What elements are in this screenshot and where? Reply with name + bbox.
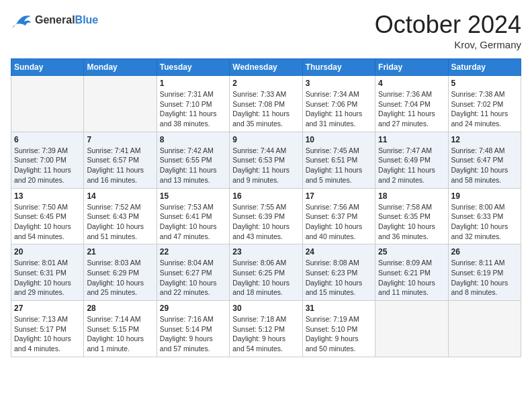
day-number: 17 (306, 191, 372, 201)
week-row: 13Sunrise: 7:50 AM Sunset: 6:45 PM Dayli… (11, 188, 521, 244)
day-number: 6 (14, 135, 81, 144)
calendar-cell: 15Sunrise: 7:53 AM Sunset: 6:41 PM Dayli… (157, 188, 229, 244)
calendar-cell: 1Sunrise: 7:31 AM Sunset: 7:10 PM Daylig… (157, 76, 229, 132)
calendar-cell: 9Sunrise: 7:44 AM Sunset: 6:53 PM Daylig… (230, 132, 302, 188)
calendar-cell: 20Sunrise: 8:01 AM Sunset: 6:31 PM Dayli… (11, 244, 84, 301)
day-number: 10 (306, 135, 372, 144)
day-info: Sunrise: 7:33 AM Sunset: 7:08 PM Dayligh… (232, 89, 299, 129)
day-number: 11 (378, 135, 445, 144)
day-number: 16 (232, 191, 299, 201)
calendar-cell: 12Sunrise: 7:48 AM Sunset: 6:47 PM Dayli… (448, 132, 521, 188)
calendar-cell: 10Sunrise: 7:45 AM Sunset: 6:51 PM Dayli… (302, 132, 375, 188)
day-number: 18 (378, 191, 445, 201)
day-number: 2 (232, 79, 299, 88)
week-row: 6Sunrise: 7:39 AM Sunset: 7:00 PM Daylig… (11, 132, 521, 188)
calendar-cell: 24Sunrise: 8:08 AM Sunset: 6:23 PM Dayli… (302, 244, 375, 301)
day-info: Sunrise: 8:06 AM Sunset: 6:25 PM Dayligh… (232, 258, 299, 298)
day-number: 1 (160, 79, 226, 88)
day-number: 4 (378, 79, 445, 88)
day-number: 24 (306, 247, 372, 257)
day-info: Sunrise: 7:39 AM Sunset: 7:00 PM Dayligh… (14, 146, 81, 185)
day-number: 7 (87, 135, 153, 144)
calendar-cell: 26Sunrise: 8:11 AM Sunset: 6:19 PM Dayli… (448, 244, 521, 301)
calendar-cell: 21Sunrise: 8:03 AM Sunset: 6:29 PM Dayli… (84, 244, 157, 301)
day-number: 20 (14, 247, 81, 257)
calendar-cell: 19Sunrise: 8:00 AM Sunset: 6:33 PM Dayli… (448, 188, 521, 244)
day-number: 29 (160, 304, 226, 313)
day-number: 8 (160, 135, 226, 144)
day-number: 13 (14, 191, 81, 201)
logo-icon (11, 11, 32, 30)
day-info: Sunrise: 8:04 AM Sunset: 6:27 PM Dayligh… (160, 258, 226, 298)
calendar-cell (84, 76, 157, 132)
day-number: 9 (232, 135, 299, 144)
calendar-cell: 3Sunrise: 7:34 AM Sunset: 7:06 PM Daylig… (302, 76, 375, 132)
week-row: 1Sunrise: 7:31 AM Sunset: 7:10 PM Daylig… (11, 76, 521, 132)
day-info: Sunrise: 7:42 AM Sunset: 6:55 PM Dayligh… (160, 146, 226, 185)
day-number: 23 (232, 247, 299, 257)
day-info: Sunrise: 7:41 AM Sunset: 6:57 PM Dayligh… (87, 146, 153, 185)
calendar-cell (11, 76, 84, 132)
day-number: 30 (232, 304, 299, 313)
day-number: 28 (87, 304, 153, 313)
day-info: Sunrise: 7:52 AM Sunset: 6:43 PM Dayligh… (87, 202, 153, 242)
calendar-cell: 30Sunrise: 7:18 AM Sunset: 5:12 PM Dayli… (230, 301, 302, 357)
calendar-cell: 6Sunrise: 7:39 AM Sunset: 7:00 PM Daylig… (11, 132, 84, 188)
calendar-cell: 18Sunrise: 7:58 AM Sunset: 6:35 PM Dayli… (375, 188, 448, 244)
day-info: Sunrise: 7:55 AM Sunset: 6:39 PM Dayligh… (232, 202, 299, 242)
day-info: Sunrise: 7:31 AM Sunset: 7:10 PM Dayligh… (160, 89, 226, 129)
day-info: Sunrise: 7:14 AM Sunset: 5:15 PM Dayligh… (87, 314, 153, 354)
weekday-header: Tuesday (157, 59, 229, 76)
day-info: Sunrise: 7:47 AM Sunset: 6:49 PM Dayligh… (378, 146, 445, 185)
weekday-header: Wednesday (230, 59, 302, 76)
day-number: 19 (451, 191, 518, 201)
day-info: Sunrise: 7:19 AM Sunset: 5:10 PM Dayligh… (306, 314, 372, 354)
calendar-cell: 16Sunrise: 7:55 AM Sunset: 6:39 PM Dayli… (230, 188, 302, 244)
day-info: Sunrise: 7:38 AM Sunset: 7:02 PM Dayligh… (451, 89, 518, 129)
day-info: Sunrise: 7:13 AM Sunset: 5:17 PM Dayligh… (14, 314, 81, 354)
calendar-cell (375, 301, 448, 357)
calendar-cell: 28Sunrise: 7:14 AM Sunset: 5:15 PM Dayli… (84, 301, 157, 357)
weekday-header: Thursday (302, 59, 375, 76)
calendar-cell: 17Sunrise: 7:56 AM Sunset: 6:37 PM Dayli… (302, 188, 375, 244)
day-number: 14 (87, 191, 153, 201)
calendar-cell: 5Sunrise: 7:38 AM Sunset: 7:02 PM Daylig… (448, 76, 521, 132)
day-info: Sunrise: 8:00 AM Sunset: 6:33 PM Dayligh… (451, 202, 518, 242)
week-row: 20Sunrise: 8:01 AM Sunset: 6:31 PM Dayli… (11, 244, 521, 301)
day-info: Sunrise: 7:34 AM Sunset: 7:06 PM Dayligh… (306, 89, 372, 129)
day-info: Sunrise: 7:53 AM Sunset: 6:41 PM Dayligh… (160, 202, 226, 242)
day-info: Sunrise: 7:45 AM Sunset: 6:51 PM Dayligh… (306, 146, 372, 185)
day-info: Sunrise: 8:01 AM Sunset: 6:31 PM Dayligh… (14, 258, 81, 298)
calendar-cell: 29Sunrise: 7:16 AM Sunset: 5:14 PM Dayli… (157, 301, 229, 357)
calendar-cell: 11Sunrise: 7:47 AM Sunset: 6:49 PM Dayli… (375, 132, 448, 188)
calendar-cell: 23Sunrise: 8:06 AM Sunset: 6:25 PM Dayli… (230, 244, 302, 301)
day-number: 15 (160, 191, 226, 201)
day-number: 5 (451, 79, 518, 88)
day-info: Sunrise: 7:58 AM Sunset: 6:35 PM Dayligh… (378, 202, 445, 242)
calendar-cell: 27Sunrise: 7:13 AM Sunset: 5:17 PM Dayli… (11, 301, 84, 357)
calendar-cell: 2Sunrise: 7:33 AM Sunset: 7:08 PM Daylig… (230, 76, 302, 132)
title-block: October 2024 Krov, Germany (375, 11, 521, 50)
day-number: 31 (306, 304, 372, 313)
day-number: 26 (451, 247, 518, 257)
day-info: Sunrise: 7:36 AM Sunset: 7:04 PM Dayligh… (378, 89, 445, 129)
logo: GeneralBlue (11, 11, 98, 30)
weekday-header: Friday (375, 59, 448, 76)
weekday-header: Saturday (448, 59, 521, 76)
day-info: Sunrise: 8:08 AM Sunset: 6:23 PM Dayligh… (306, 258, 372, 298)
calendar-cell: 8Sunrise: 7:42 AM Sunset: 6:55 PM Daylig… (157, 132, 229, 188)
weekday-header: Monday (84, 59, 157, 76)
day-number: 27 (14, 304, 81, 313)
day-info: Sunrise: 8:11 AM Sunset: 6:19 PM Dayligh… (451, 258, 518, 298)
calendar-cell: 14Sunrise: 7:52 AM Sunset: 6:43 PM Dayli… (84, 188, 157, 244)
day-info: Sunrise: 7:48 AM Sunset: 6:47 PM Dayligh… (451, 146, 518, 185)
calendar-cell: 13Sunrise: 7:50 AM Sunset: 6:45 PM Dayli… (11, 188, 84, 244)
day-info: Sunrise: 8:09 AM Sunset: 6:21 PM Dayligh… (378, 258, 445, 298)
location: Krov, Germany (375, 39, 521, 50)
calendar-cell: 25Sunrise: 8:09 AM Sunset: 6:21 PM Dayli… (375, 244, 448, 301)
day-number: 22 (160, 247, 226, 257)
day-info: Sunrise: 7:56 AM Sunset: 6:37 PM Dayligh… (306, 202, 372, 242)
page-header: GeneralBlue October 2024 Krov, Germany (11, 11, 521, 50)
day-number: 25 (378, 247, 445, 257)
calendar-cell: 22Sunrise: 8:04 AM Sunset: 6:27 PM Dayli… (157, 244, 229, 301)
